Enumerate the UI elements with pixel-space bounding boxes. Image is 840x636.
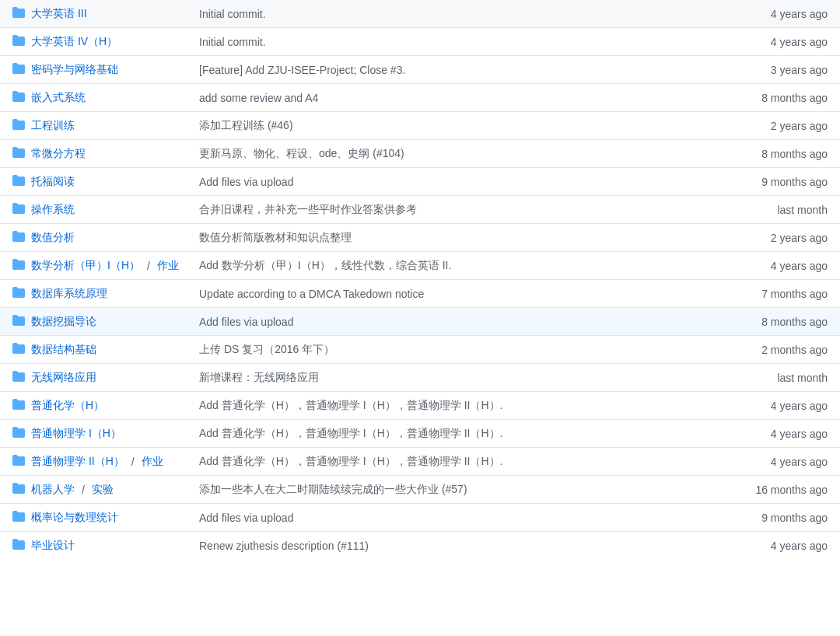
file-name-link[interactable]: 数值分析 [31, 231, 75, 245]
commit-message: Add files via upload [199, 176, 719, 188]
commit-message: 更新马原、物化、程设、ode、史纲 (#104) [199, 147, 719, 161]
file-name-link[interactable]: 数据库系统原理 [31, 287, 107, 301]
table-row: 常微分方程更新马原、物化、程设、ode、史纲 (#104)8 months ag… [0, 140, 840, 168]
file-name-link[interactable]: 无线网络应用 [31, 371, 96, 385]
file-name-link[interactable]: 数据结构基础 [31, 343, 96, 357]
table-row: 无线网络应用新增课程：无线网络应用last month [0, 364, 840, 392]
file-name-link[interactable]: 工程训练 [31, 119, 75, 133]
file-name-link-part2[interactable]: 作业 [142, 455, 163, 469]
commit-message: Initial commit. [199, 36, 719, 48]
file-name-link-part2[interactable]: 作业 [157, 259, 179, 273]
folder-icon [12, 482, 25, 498]
file-name-cell: 大学英语 IV（H） [12, 34, 199, 50]
commit-message: Add 普通化学（H），普通物理学 I（H），普通物理学 II（H）. [199, 399, 719, 413]
table-row: 托福阅读Add files via upload9 months ago [0, 168, 840, 196]
commit-message: Add files via upload [199, 512, 719, 524]
folder-icon [12, 538, 25, 554]
commit-message: Add 普通化学（H），普通物理学 I（H），普通物理学 II（H）. [199, 455, 719, 469]
file-name-link-part1[interactable]: 数学分析（甲）I（H） [31, 259, 140, 273]
commit-message: Add 数学分析（甲）I（H），线性代数，综合英语 II. [199, 259, 719, 273]
file-name-cell: 概率论与数理统计 [12, 510, 199, 526]
file-name-cell: 数据库系统原理 [12, 286, 199, 302]
commit-time: 4 years ago [719, 8, 828, 20]
table-row: 数学分析（甲）I（H） / 作业Add 数学分析（甲）I（H），线性代数，综合英… [0, 252, 840, 280]
table-row: 嵌入式系统add some review and A48 months ago [0, 84, 840, 112]
commit-time: 8 months ago [719, 148, 828, 160]
commit-time: 4 years ago [719, 36, 828, 48]
commit-message: Renew zjuthesis description (#111) [199, 540, 719, 552]
commit-message: 添加一些本人在大二时期陆续续完成的一些大作业 (#57) [199, 483, 719, 497]
commit-time: 4 years ago [719, 260, 828, 272]
file-name-cell: 大学英语 III [12, 6, 199, 22]
table-row: 普通化学（H）Add 普通化学（H），普通物理学 I（H），普通物理学 II（H… [0, 392, 840, 420]
folder-icon [12, 314, 25, 330]
commit-time: 4 years ago [719, 428, 828, 440]
folder-icon [12, 34, 25, 50]
commit-time: 3 years ago [719, 64, 828, 76]
folder-icon [12, 90, 25, 106]
file-name-link[interactable]: 数据挖掘导论 [31, 315, 96, 329]
commit-message: add some review and A4 [199, 92, 719, 104]
file-name-cell: 无线网络应用 [12, 370, 199, 386]
file-name-cell: 操作系统 [12, 202, 199, 218]
commit-time: 7 months ago [719, 288, 828, 300]
folder-icon [12, 342, 25, 358]
table-row: 工程训练添加工程训练 (#46)2 years ago [0, 112, 840, 140]
folder-icon [12, 202, 25, 218]
file-name-cell: 嵌入式系统 [12, 90, 199, 106]
file-name-link[interactable]: 大学英语 IV（H） [31, 35, 117, 49]
table-row: 毕业设计Renew zjuthesis description (#111)4 … [0, 532, 840, 560]
commit-time: 4 years ago [719, 540, 828, 552]
file-name-link[interactable]: 常微分方程 [31, 147, 86, 161]
folder-icon [12, 146, 25, 162]
file-name-link-part1[interactable]: 普通物理学 II（H） [31, 455, 124, 469]
commit-time: 16 months ago [719, 484, 828, 496]
commit-message: Add 普通化学（H），普通物理学 I（H），普通物理学 II（H）. [199, 427, 719, 441]
file-name-link[interactable]: 大学英语 III [31, 7, 87, 21]
file-name-link[interactable]: 普通物理学 I（H） [31, 427, 121, 441]
file-name-link[interactable]: 普通化学（H） [31, 399, 104, 413]
file-name-link[interactable]: 密码学与网络基础 [31, 63, 118, 77]
file-name-link[interactable]: 概率论与数理统计 [31, 511, 118, 525]
file-name-link-part2[interactable]: 实验 [92, 483, 114, 497]
commit-time: 8 months ago [719, 316, 828, 328]
commit-time: 2 months ago [719, 344, 828, 356]
file-name-cell: 普通物理学 II（H） / 作业 [12, 454, 199, 470]
file-name-link[interactable]: 操作系统 [31, 203, 75, 217]
file-name-link-part1[interactable]: 机器人学 [31, 483, 75, 497]
name-separator: / [82, 484, 85, 496]
commit-message: 上传 DS 复习（2016 年下） [199, 343, 719, 357]
commit-message: 合并旧课程，并补充一些平时作业答案供参考 [199, 203, 719, 217]
commit-message: 数值分析简版教材和知识点整理 [199, 231, 719, 245]
name-separator: / [147, 260, 150, 272]
commit-time: 9 months ago [719, 512, 828, 524]
table-row: 大学英语 IIIInitial commit.4 years ago [0, 0, 840, 28]
file-name-cell: 毕业设计 [12, 538, 199, 554]
commit-time: last month [719, 204, 828, 216]
folder-icon [12, 230, 25, 246]
table-row: 数据挖掘导论Add files via upload8 months ago [0, 308, 840, 336]
file-name-link[interactable]: 毕业设计 [31, 539, 75, 553]
file-name-cell: 数值分析 [12, 230, 199, 246]
file-name-link[interactable]: 嵌入式系统 [31, 91, 86, 105]
commit-message: 添加工程训练 (#46) [199, 119, 719, 133]
folder-icon [12, 6, 25, 22]
table-row: 大学英语 IV（H）Initial commit.4 years ago [0, 28, 840, 56]
file-name-cell: 普通化学（H） [12, 398, 199, 414]
file-name-cell: 工程训练 [12, 118, 199, 134]
file-name-cell: 数学分析（甲）I（H） / 作业 [12, 258, 199, 274]
folder-icon [12, 426, 25, 442]
table-row: 数据库系统原理Update according to a DMCA Takedo… [0, 280, 840, 308]
folder-icon [12, 454, 25, 470]
table-row: 操作系统合并旧课程，并补充一些平时作业答案供参考last month [0, 196, 840, 224]
commit-message: Add files via upload [199, 316, 719, 328]
file-name-link[interactable]: 托福阅读 [31, 175, 75, 189]
folder-icon [12, 174, 25, 190]
table-row: 数值分析数值分析简版教材和知识点整理2 years ago [0, 224, 840, 252]
folder-icon [12, 510, 25, 526]
commit-message: Update according to a DMCA Takedown noti… [199, 288, 719, 300]
folder-icon [12, 370, 25, 386]
file-name-cell: 普通物理学 I（H） [12, 426, 199, 442]
commit-message: Initial commit. [199, 8, 719, 20]
file-name-cell: 数据结构基础 [12, 342, 199, 358]
